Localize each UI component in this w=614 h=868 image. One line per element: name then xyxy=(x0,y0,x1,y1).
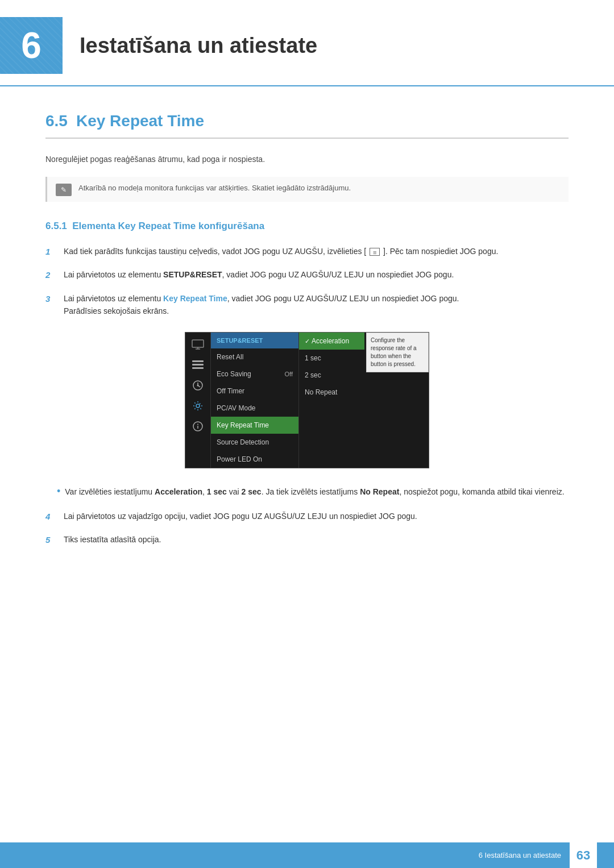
svg-rect-3 xyxy=(192,360,204,362)
svg-rect-0 xyxy=(192,340,204,347)
step-3: 3 Lai pārvietotos uz elementu Key Repeat… xyxy=(45,292,569,318)
screenshot-container: SETUP&RESET Reset All Eco Saving Off Off… xyxy=(45,332,569,469)
screenshot: SETUP&RESET Reset All Eco Saving Off Off… xyxy=(185,332,429,469)
menu-panel: SETUP&RESET Reset All Eco Saving Off Off… xyxy=(211,333,299,468)
svg-point-13 xyxy=(197,423,198,425)
tooltip-box: Configure the response rate of a button … xyxy=(366,333,429,372)
bullet-dot: • xyxy=(57,485,60,498)
step-1-text: Kad tiek parādīts funkcijas taustiņu ceļ… xyxy=(64,245,498,258)
step-3-text: Lai pārvietotos uz elementu Key Repeat T… xyxy=(64,292,459,318)
step-4: 4 Lai pārvietotos uz vajadzīgo opciju, v… xyxy=(45,510,569,524)
bullet-note: • Var izvēlēties iestatījumu Acceleratio… xyxy=(57,485,569,498)
chapter-number: 6 xyxy=(0,17,63,74)
main-content: 6.5Key Repeat Time Noregulējiet pogas re… xyxy=(0,109,614,547)
intro-text: Noregulējiet pogas reaģēšanas ātrumu, ka… xyxy=(45,153,569,165)
step-2-bold: SETUP&RESET xyxy=(163,270,222,279)
steps-list: 1 Kad tiek parādīts funkcijas taustiņu c… xyxy=(45,245,569,318)
step-3-bold: Key Repeat Time xyxy=(163,294,227,303)
menu-item-pcav-mode: PC/AV Mode xyxy=(211,400,298,417)
submenu-panel: Acceleration 1 sec 2 sec No Repeat xyxy=(299,333,364,468)
svg-point-10 xyxy=(196,404,200,408)
step-1-number: 1 xyxy=(45,246,57,259)
section-heading: Key Repeat Time xyxy=(76,112,204,130)
svg-rect-4 xyxy=(192,364,204,366)
note-text: Atkarībā no modeļa monitora funkcijas va… xyxy=(78,182,351,194)
menu-item-source-detection: Source Detection xyxy=(211,434,298,451)
note-icon xyxy=(56,184,72,196)
step-5: 5 Tiks iestatīta atlasītā opcija. xyxy=(45,533,569,547)
chapter-header: 6 Iestatīšana un atiestate xyxy=(0,0,614,86)
menu-item-off-timer: Off Timer xyxy=(211,383,298,400)
icon-info xyxy=(190,420,205,433)
submenu-1sec: 1 sec xyxy=(299,350,364,367)
footer-page-number: 63 xyxy=(570,842,597,869)
bullet-bold-1: Acceleration xyxy=(155,487,202,496)
bullet-text: Var izvēlēties iestatījumu Acceleration,… xyxy=(65,485,564,498)
step-3-number: 3 xyxy=(45,293,57,306)
icon-clock xyxy=(190,379,205,392)
menu-item-key-repeat: Key Repeat Time xyxy=(211,417,298,434)
submenu-2sec: 2 sec xyxy=(299,367,364,384)
icon-menu-lines xyxy=(190,359,205,371)
step-2: 2 Lai pārvietotos uz elementu SETUP&RESE… xyxy=(45,268,569,282)
bullet-bold-2: 1 sec xyxy=(207,487,227,496)
step-2-text: Lai pārvietotos uz elementu SETUP&RESET,… xyxy=(64,268,454,281)
footer-chapter-label: 6 Iestatīšana un atiestate xyxy=(479,850,561,861)
submenu-no-repeat: No Repeat xyxy=(299,384,364,401)
menu-icon-inline: ≡ xyxy=(370,248,380,256)
icon-monitor xyxy=(190,338,205,351)
step-1: 1 Kad tiek parādīts funkcijas taustiņu c… xyxy=(45,245,569,259)
menu-item-power-led: Power LED On xyxy=(211,451,298,468)
step-4-number: 4 xyxy=(45,510,57,524)
menu-header: SETUP&RESET xyxy=(211,333,298,349)
menu-item-reset-all: Reset All xyxy=(211,348,298,366)
svg-point-9 xyxy=(197,384,199,386)
icon-gear xyxy=(190,400,205,412)
sidebar-icons xyxy=(185,333,211,468)
menu-item-eco-saving: Eco Saving Off xyxy=(211,366,298,383)
section-title: 6.5Key Repeat Time xyxy=(45,109,569,139)
bullet-bold-4: No Repeat xyxy=(360,487,399,496)
section-number: 6.5 xyxy=(45,112,68,130)
footer: 6 Iestatīšana un atiestate 63 xyxy=(0,842,614,868)
bullet-bold-3: 2 sec xyxy=(242,487,262,496)
step-5-text: Tiks iestatīta atlasītā opcija. xyxy=(64,533,161,546)
chapter-title: Iestatīšana un atiestate xyxy=(80,30,317,62)
note-box: Atkarībā no modeļa monitora funkcijas va… xyxy=(45,177,569,202)
submenu-acceleration: Acceleration xyxy=(299,333,364,350)
svg-rect-5 xyxy=(192,367,204,369)
step-4-text: Lai pārvietotos uz vajadzīgo opciju, vad… xyxy=(64,510,417,522)
step-5-number: 5 xyxy=(45,534,57,547)
step-2-number: 2 xyxy=(45,269,57,282)
subsection-title: 6.5.1 Elementa Key Repeat Time konfigurē… xyxy=(45,219,569,234)
